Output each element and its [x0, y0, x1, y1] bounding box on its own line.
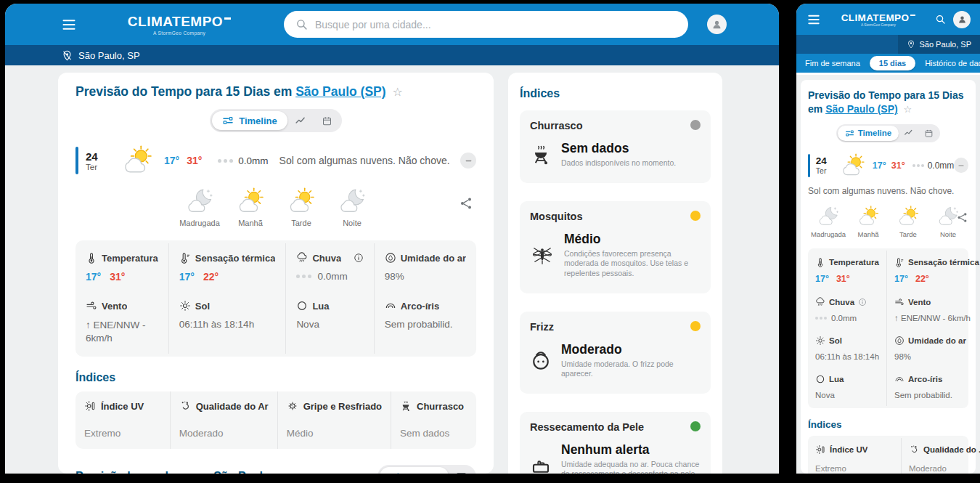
- index-card-churrasco[interactable]: Churrasco Sem dados Dados indisponíveis …: [520, 110, 711, 183]
- info-icon[interactable]: [354, 253, 364, 263]
- location-bar[interactable]: São Paulo, SP: [5, 45, 779, 65]
- period-tarde: Tarde: [280, 187, 322, 227]
- detail-rainbow: Arco-íris Sem probabilid.: [374, 291, 476, 354]
- indices-heading: Índices: [808, 419, 968, 430]
- humidity-icon: [894, 336, 905, 346]
- location-off-icon: [62, 50, 73, 61]
- view-toggle: Timeline: [836, 124, 940, 142]
- city-link[interactable]: São Paulo (SP): [295, 84, 385, 99]
- profile-avatar[interactable]: [953, 11, 971, 28]
- share-icon: [956, 211, 968, 224]
- index-card-ressecamento[interactable]: Ressecamento da Pele Nenhum alerta Umida…: [520, 412, 711, 474]
- temp-min: 17°: [873, 161, 886, 171]
- tab-15-dias[interactable]: 15 dias: [870, 56, 915, 70]
- tab-historico[interactable]: Histórico de dados: [925, 59, 980, 68]
- timeline-view-button[interactable]: Timeline: [212, 111, 287, 130]
- detail-wind: Vento ↑ ENE/NNW - 6km/h: [75, 291, 168, 354]
- air-quality-icon: [909, 445, 919, 455]
- index-uv[interactable]: Índice UV Extremo: [75, 391, 170, 449]
- index-air-quality[interactable]: Qualidade do Ar Moderado: [170, 391, 277, 449]
- city-link[interactable]: São Paulo (SP): [825, 103, 898, 115]
- desktop-content: Previsão do Tempo para 15 Dias em São Pa…: [5, 65, 779, 474]
- detail-sun: Sol 06:11h às 18:14h: [168, 291, 286, 354]
- humidity-icon: [385, 252, 396, 264]
- favorite-star-icon[interactable]: ☆: [393, 86, 403, 98]
- view-toggle: Timeline: [210, 109, 342, 132]
- thermometer-icon: [86, 252, 97, 264]
- calendar-view-button[interactable]: [919, 129, 939, 138]
- temp-max: 31°: [187, 155, 202, 166]
- chart-view-button[interactable]: [287, 115, 314, 127]
- index-flu[interactable]: Gripe e Resfriado Médio: [277, 391, 391, 449]
- rain-cloud-icon: [815, 297, 825, 307]
- calendar-view-button[interactable]: [314, 115, 340, 126]
- day-row[interactable]: 24 Ter 17° 31° 0.0mm Sol com algumas nuv…: [75, 145, 476, 176]
- mosquito-icon: [530, 243, 555, 267]
- sun-cloud-icon: [287, 187, 315, 215]
- chart-line-icon: [295, 115, 307, 127]
- hourly-heading: Previsão hora a hora em São Paulo: [75, 470, 270, 474]
- info-icon[interactable]: [858, 298, 867, 307]
- detail-moon: Lua Nova: [808, 368, 886, 406]
- page-title: Previsão do Tempo para 15 Dias em São Pa…: [75, 84, 476, 100]
- sun-cloud-icon: [122, 145, 152, 176]
- index-air-quality[interactable]: Qualidade do Ar Moderado: [901, 438, 980, 474]
- search-bar[interactable]: [284, 11, 688, 38]
- sun-cloud-icon: [841, 153, 865, 179]
- index-card-mosquitos[interactable]: Mosquitos Médio Condições favorecem pres…: [520, 201, 711, 293]
- location-button[interactable]: São Paulo, SP: [898, 35, 980, 54]
- index-uv[interactable]: Índice UV Extremo: [808, 438, 901, 474]
- logo-text: CLIMATEMPO: [121, 14, 237, 30]
- period-madrugada: Madrugada: [811, 206, 846, 238]
- favorite-star-icon[interactable]: ☆: [904, 104, 912, 115]
- day-accent-bar: [808, 154, 810, 177]
- rainbow-icon: [385, 300, 396, 312]
- period-manha: Manhã: [851, 206, 886, 238]
- index-card-frizz[interactable]: Frizz Moderado Umidade moderada. O frizz…: [520, 312, 711, 394]
- collapse-day-button[interactable]: [954, 158, 968, 173]
- desktop-viewport: CLIMATEMPO A StormGeo Company São Paulo,…: [5, 4, 779, 474]
- wind-icon: [894, 297, 905, 307]
- menu-icon[interactable]: [806, 13, 822, 26]
- timeline-view-button[interactable]: Timeline: [838, 126, 899, 141]
- search-icon: [295, 18, 308, 31]
- tab-fim-de-semana[interactable]: Fim de semana: [805, 59, 860, 68]
- day-periods: Madrugada Manhã Tarde Noite: [75, 187, 476, 227]
- detail-temperature: Temperatura 17°31°: [75, 243, 168, 291]
- profile-avatar[interactable]: [707, 15, 727, 34]
- graph-view-button[interactable]: Gráfico: [380, 467, 449, 474]
- index-bbq[interactable]: Churrasco Sem dados: [391, 391, 476, 449]
- collapse-day-button[interactable]: [460, 153, 476, 169]
- climatempo-logo[interactable]: CLIMATEMPO A StormGeo Company: [121, 14, 237, 36]
- period-noite: Noite: [331, 187, 373, 227]
- mobile-content: Previsão do Tempo para 15 Dias em São Pa…: [796, 75, 980, 474]
- indices-strip: Índice UV Extremo Qualidade do Ar Modera…: [75, 391, 476, 449]
- mobile-viewport: CLIMATEMPO A StormGeo Company São Paulo,…: [796, 4, 980, 474]
- menu-icon[interactable]: [60, 17, 78, 32]
- share-button[interactable]: [956, 211, 968, 224]
- detail-rain: Chuva 0.0mm: [285, 243, 373, 291]
- table-view-button[interactable]: [449, 471, 474, 474]
- sun-cloud-icon: [237, 187, 264, 215]
- day-row[interactable]: 24 Ter 17° 31° 0.0mm: [808, 153, 968, 179]
- chart-view-button[interactable]: [899, 128, 919, 138]
- share-button[interactable]: [459, 196, 473, 211]
- wind-icon: [86, 300, 97, 312]
- mobile-forecast-card: Previsão do Tempo para 15 Dias em São Pa…: [801, 80, 976, 474]
- share-icon: [459, 196, 473, 211]
- sun-icon: [815, 336, 825, 346]
- climatempo-logo[interactable]: CLIMATEMPO A StormGeo Company: [822, 12, 935, 27]
- status-dot: [690, 421, 701, 431]
- location-label: São Paulo, SP: [78, 50, 140, 61]
- mobile-header: CLIMATEMPO A StormGeo Company: [796, 4, 980, 35]
- location-pin-icon: [907, 40, 915, 49]
- period-madrugada: Madrugada: [179, 187, 221, 227]
- indices-panel-heading: Índices: [520, 87, 711, 100]
- detail-temperature: Temperatura 17°31°: [808, 251, 886, 291]
- uv-icon: [815, 445, 825, 455]
- feels-like-icon: [179, 252, 191, 264]
- search-input[interactable]: [315, 19, 677, 31]
- rain-intensity-dots: [218, 159, 233, 163]
- search-icon[interactable]: [935, 14, 946, 25]
- sun-icon: [179, 300, 191, 312]
